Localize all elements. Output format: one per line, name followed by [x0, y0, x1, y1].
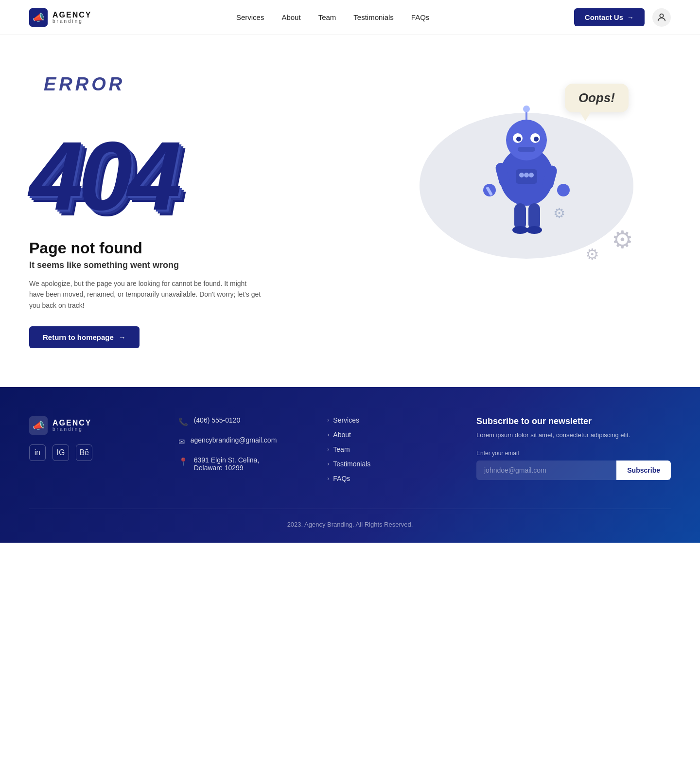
robot-container: Oops! ⚙ ⚙	[415, 74, 638, 268]
navbar: 📣 AGENCY branding Services About Team Te…	[0, 0, 700, 35]
return-arrow-icon: →	[119, 333, 126, 341]
newsletter-title: Subscribe to our newsletter	[476, 416, 671, 426]
svg-rect-16	[528, 203, 540, 230]
svg-point-7	[516, 137, 521, 142]
newsletter-description: Lorem ipsum dolor sit amet, consectetur …	[476, 430, 671, 440]
contact-us-button[interactable]: Contact Us →	[574, 8, 645, 26]
footer-logo-column: 📣 AGENCY branding in IG Bē	[29, 416, 159, 489]
nav-link-testimonials[interactable]: Testimonials	[353, 13, 394, 21]
footer-contact-column: 📞 (406) 555-0120 ✉ agencybranding@gmail.…	[178, 416, 308, 489]
error-label: ERROR	[44, 74, 125, 95]
footer-nav-testimonials[interactable]: ›Testimonials	[327, 460, 457, 468]
nav-link-about[interactable]: About	[281, 13, 300, 21]
nav-link-faqs[interactable]: FAQs	[411, 13, 430, 21]
svg-rect-9	[518, 147, 535, 152]
nav-links: Services About Team Testimonials FAQs	[236, 13, 429, 22]
footer-bottom: 2023. Agency Branding. All Rights Reserv…	[29, 509, 671, 528]
logo-link[interactable]: 📣 AGENCY branding	[29, 8, 91, 27]
robot-svg: ⚙	[463, 101, 590, 239]
footer-newsletter-column: Subscribe to our newsletter Lorem ipsum …	[476, 416, 671, 489]
logo-text: AGENCY branding	[52, 11, 91, 24]
instagram-icon[interactable]: IG	[52, 444, 69, 461]
logo-icon: 📣	[29, 8, 48, 27]
copyright-text: 2023. Agency Branding. All Rights Reserv…	[287, 521, 413, 528]
linkedin-icon[interactable]: in	[29, 444, 46, 461]
footer-logo-text: AGENCY branding	[52, 419, 91, 432]
page-not-found-description: We apologize, but the page you are looki…	[29, 278, 262, 311]
footer-logo: 📣 AGENCY branding	[29, 416, 159, 435]
footer-top: 📣 AGENCY branding in IG Bē 📞 (406) 555-0…	[29, 416, 671, 489]
svg-point-8	[534, 137, 539, 142]
svg-point-22	[529, 173, 534, 177]
return-to-homepage-button[interactable]: Return to homepage →	[29, 326, 140, 348]
contact-arrow-icon: →	[627, 14, 634, 21]
email-icon: ✉	[178, 437, 185, 446]
gear-icon-small: ⚙	[585, 245, 599, 264]
page-not-found-title: Page not found	[29, 239, 382, 257]
footer-nav-services[interactable]: ›Services	[327, 416, 457, 424]
nav-link-team[interactable]: Team	[318, 13, 336, 21]
svg-point-4	[523, 106, 530, 112]
footer-socials: in IG Bē	[29, 444, 159, 461]
svg-point-0	[660, 14, 663, 17]
user-avatar-button[interactable]	[652, 8, 671, 27]
footer-nav-about[interactable]: ›About	[327, 431, 457, 439]
footer-nav-column: ›Services ›About ›Team ›Testimonials ›FA…	[327, 416, 457, 489]
footer-email: ✉ agencybranding@gmail.com	[178, 436, 308, 446]
footer-logo-icon: 📣	[29, 416, 48, 435]
svg-point-2	[506, 120, 547, 160]
logo-branding: branding	[52, 19, 91, 24]
footer-phone: 📞 (406) 555-0120	[178, 416, 308, 426]
footer-address: 📍 6391 Elgin St. Celina, Delaware 10299	[178, 456, 308, 472]
svg-point-18	[526, 226, 542, 234]
footer: 📣 AGENCY branding in IG Bē 📞 (406) 555-0…	[0, 387, 700, 543]
svg-rect-15	[514, 203, 526, 230]
footer-nav-list: ›Services ›About ›Team ›Testimonials ›FA…	[327, 416, 457, 482]
location-icon: 📍	[178, 457, 188, 466]
newsletter-email-label: Enter your email	[476, 450, 671, 457]
svg-point-14	[557, 184, 570, 196]
svg-point-20	[519, 173, 524, 177]
svg-text:⚙: ⚙	[553, 206, 565, 221]
error-section: ERROR 404 Page not found It seems like s…	[0, 35, 700, 387]
gear-icon-large: ⚙	[612, 226, 633, 254]
footer-nav-faqs[interactable]: ›FAQs	[327, 475, 457, 482]
behance-icon[interactable]: Bē	[76, 444, 92, 461]
svg-point-21	[524, 173, 529, 177]
logo-agency: AGENCY	[52, 11, 91, 19]
page-not-found-subtitle: It seems like something went wrong	[29, 260, 382, 270]
subscribe-button[interactable]: Subscribe	[616, 461, 671, 480]
error-left-col: ERROR 404 Page not found It seems like s…	[29, 64, 382, 348]
nav-right: Contact Us →	[574, 8, 671, 27]
nav-link-services[interactable]: Services	[236, 13, 264, 21]
newsletter-email-input[interactable]	[476, 461, 616, 480]
svg-point-17	[512, 226, 528, 234]
footer-logo-agency: AGENCY	[52, 419, 91, 427]
phone-icon: 📞	[178, 417, 188, 426]
newsletter-form: Subscribe	[476, 461, 671, 480]
error-404-art: ERROR 404	[29, 74, 233, 225]
footer-logo-branding: branding	[52, 427, 91, 432]
robot-illustration: Oops! ⚙ ⚙	[382, 64, 671, 268]
footer-nav-team[interactable]: ›Team	[327, 445, 457, 453]
error-404-number: 404	[29, 127, 177, 225]
